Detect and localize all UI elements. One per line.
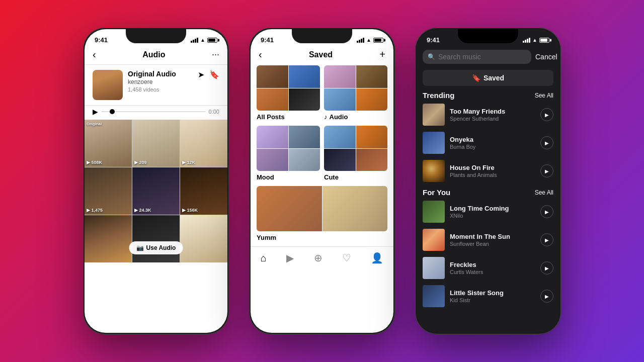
coll-cell — [289, 88, 320, 111]
collection-row-1: All Posts ♪ Audio — [257, 65, 387, 121]
play-button[interactable]: ▶ — [93, 108, 98, 116]
artist-6: Curtis Waters — [450, 269, 535, 275]
audio-progress: ▶ 0:00 — [85, 106, 227, 120]
tab-reels[interactable]: ▶ — [286, 252, 294, 264]
collection-cute[interactable]: Cute — [324, 126, 387, 181]
status-time-1: 9:41 — [95, 36, 108, 44]
collection-name-mood: Mood — [257, 173, 320, 181]
saved-back-button[interactable]: ‹ — [259, 49, 262, 60]
collections-scroll: All Posts ♪ Audio — [251, 65, 393, 246]
artist-2: Burna Boy — [450, 144, 535, 150]
cancel-button[interactable]: Cancel — [535, 53, 557, 61]
grid-item-2[interactable]: ▶ 209 — [132, 120, 180, 167]
battery-icon-2 — [373, 38, 383, 43]
grid-item-9[interactable] — [180, 215, 227, 262]
notch-3 — [458, 29, 518, 43]
track-info-1: Too Many Friends Spencer Sutherland — [450, 108, 535, 122]
grid-item-1[interactable]: Original ▶ 508K — [85, 120, 132, 167]
grid-item-5[interactable]: ▶ 24.3K — [132, 167, 180, 215]
grid-item-3[interactable]: ▶ 12K — [180, 120, 227, 167]
song-title-2: Onyeka — [450, 136, 535, 143]
progress-bar[interactable] — [101, 111, 206, 112]
grid-item-6[interactable]: ▶ 156K — [180, 167, 227, 215]
tab-profile[interactable]: 👤 — [371, 252, 383, 264]
coll-cell — [289, 126, 320, 148]
view-count-6: ▶ 156K — [182, 208, 198, 213]
collection-yumm[interactable]: Yumm — [257, 186, 387, 241]
play-button-5[interactable]: ▶ — [540, 233, 553, 246]
saved-header: ‹ Saved + — [251, 46, 393, 65]
album-art-4 — [423, 201, 445, 223]
search-icon: 🔍 — [428, 53, 435, 60]
track-info-2: Onyeka Burna Boy — [450, 136, 535, 150]
play-button-2[interactable]: ▶ — [540, 136, 553, 149]
grid-item-8[interactable] — [132, 215, 180, 262]
coll-cell — [356, 88, 388, 111]
coll-cell — [324, 149, 356, 171]
audio-actions: ➤ 🔖 — [198, 70, 219, 79]
more-button[interactable]: ··· — [212, 49, 219, 60]
status-time-3: 9:41 — [427, 36, 440, 44]
page-title: Audio — [142, 50, 165, 59]
camera-icon: 📷 — [136, 244, 144, 251]
artist-3: Plants and Animals — [450, 172, 535, 178]
coll-cell — [324, 126, 356, 148]
view-count-4: ▶ 1,475 — [87, 208, 103, 213]
play-button-3[interactable]: ▶ — [540, 164, 553, 177]
use-audio-button[interactable]: 📷 Use Audio — [129, 241, 183, 254]
song-title-6: Freckles — [450, 261, 535, 268]
tab-add[interactable]: ⊕ — [314, 252, 323, 264]
album-art-2 — [423, 132, 445, 154]
collection-mood[interactable]: Mood — [257, 126, 320, 181]
add-collection-button[interactable]: + — [379, 49, 385, 60]
grid-item-4[interactable]: ▶ 1,475 — [85, 167, 132, 215]
coll-cell — [289, 149, 320, 171]
collection-name-yumm: Yumm — [257, 234, 387, 241]
audio-username: kenzoere — [128, 78, 193, 85]
collection-name-all-posts: All Posts — [257, 113, 320, 121]
audio-info: Original Audio kenzoere 1,458 videos — [128, 70, 193, 93]
song-title-1: Too Many Friends — [450, 108, 535, 115]
coll-cell — [324, 88, 356, 111]
collection-all-posts[interactable]: All Posts — [257, 65, 320, 121]
trending-section: Trending See All Too Many Friends Spence… — [417, 91, 559, 182]
collection-audio[interactable]: ♪ Audio — [324, 65, 387, 121]
share-icon[interactable]: ➤ — [198, 70, 204, 79]
search-input[interactable] — [438, 53, 526, 61]
trending-title: Trending — [423, 91, 454, 100]
grid-item-7[interactable] — [85, 215, 132, 262]
track-item-4: Long Time Coming XNilo ▶ — [423, 201, 553, 223]
status-icons-1: ▲ — [191, 37, 217, 43]
bookmark-icon[interactable]: 🔖 — [209, 70, 219, 79]
for-you-see-all[interactable]: See All — [535, 189, 553, 196]
tab-likes[interactable]: ♡ — [342, 252, 351, 264]
play-button-6[interactable]: ▶ — [540, 261, 553, 275]
wifi-icon: ▲ — [200, 37, 205, 43]
view-count-2: ▶ 209 — [134, 160, 147, 165]
for-you-title: For You — [423, 188, 450, 197]
phone-audio: 9:41 ▲ ‹ Audio ··· Original Audio kenzoe… — [83, 28, 229, 334]
artist-4: XNilo — [450, 213, 535, 219]
track-info-3: House On Fire Plants and Animals — [450, 164, 535, 178]
tab-bar: ⌂ ▶ ⊕ ♡ 👤 — [251, 246, 393, 272]
artist-1: Spencer Sutherland — [450, 116, 535, 122]
use-audio-label: Use Audio — [146, 244, 176, 251]
album-art-7 — [423, 285, 445, 307]
collection-name-audio: ♪ Audio — [324, 113, 387, 121]
status-icons-2: ▲ — [357, 37, 383, 43]
saved-button[interactable]: 🔖 Saved — [423, 70, 553, 86]
status-time-2: 9:41 — [261, 36, 274, 44]
play-button-7[interactable]: ▶ — [540, 290, 553, 303]
back-button[interactable]: ‹ — [93, 49, 96, 60]
collection-row-3: Yumm — [257, 186, 387, 241]
play-button-4[interactable]: ▶ — [540, 205, 553, 218]
song-title-3: House On Fire — [450, 164, 535, 171]
track-item-6: Freckles Curtis Waters ▶ — [423, 257, 553, 279]
play-button-1[interactable]: ▶ — [540, 108, 553, 121]
artist-5: Sunflower Bean — [450, 241, 535, 247]
track-info-4: Long Time Coming XNilo — [450, 205, 535, 219]
trending-see-all[interactable]: See All — [535, 92, 553, 99]
artist-7: Kid Sistr — [450, 297, 535, 303]
tab-home[interactable]: ⌂ — [261, 252, 267, 264]
track-info-7: Little Sister Song Kid Sistr — [450, 289, 535, 303]
